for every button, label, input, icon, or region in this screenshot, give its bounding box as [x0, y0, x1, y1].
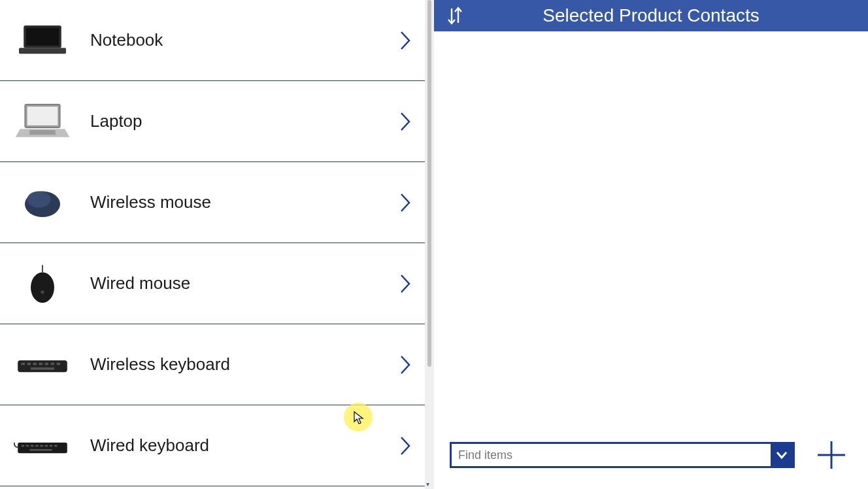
svg-rect-13 [22, 363, 25, 365]
svg-rect-27 [45, 445, 48, 447]
svg-rect-26 [40, 445, 43, 447]
chevron-right-icon [392, 435, 418, 457]
product-row-laptop[interactable]: Laptop [0, 81, 425, 162]
add-button[interactable] [813, 437, 850, 473]
svg-rect-15 [33, 363, 37, 365]
thumb-notebook-icon [13, 18, 72, 63]
svg-rect-29 [54, 445, 58, 447]
thumb-wireless-keyboard-icon [13, 342, 72, 388]
svg-rect-24 [31, 445, 34, 447]
product-label: Wired mouse [72, 273, 392, 294]
chevron-right-icon [392, 110, 418, 133]
svg-rect-21 [18, 443, 67, 453]
svg-rect-28 [50, 445, 53, 447]
svg-point-9 [31, 272, 54, 303]
svg-rect-17 [45, 363, 48, 365]
svg-rect-18 [51, 363, 54, 365]
contacts-body [434, 31, 868, 437]
svg-rect-4 [27, 107, 58, 126]
pane-scrollbar[interactable]: ▾ [425, 0, 434, 489]
product-list[interactable]: Notebook Laptop Wireless mouse [0, 0, 425, 489]
contacts-pane: Selected Product Contacts [434, 0, 868, 489]
svg-rect-14 [27, 363, 31, 365]
product-label: Laptop [72, 111, 392, 131]
product-label: Wireless keyboard [72, 354, 392, 375]
svg-rect-19 [57, 363, 60, 365]
chevron-right-icon [392, 192, 418, 214]
contacts-title: Selected Product Contacts [467, 5, 859, 26]
svg-point-8 [27, 191, 51, 207]
svg-rect-25 [35, 445, 39, 447]
chevron-right-icon [392, 354, 418, 376]
svg-rect-16 [39, 363, 42, 365]
chevron-right-icon [392, 273, 418, 295]
svg-rect-1 [26, 28, 59, 46]
product-label: Wired keyboard [72, 435, 392, 456]
svg-rect-2 [19, 48, 66, 54]
app-root: Notebook Laptop Wireless mouse [0, 0, 868, 489]
svg-rect-22 [22, 445, 25, 447]
contacts-footer [434, 437, 868, 489]
find-items-combo[interactable] [450, 442, 795, 468]
svg-point-11 [41, 290, 44, 294]
find-items-dropdown-button[interactable] [771, 444, 793, 466]
product-row-wireless-mouse[interactable]: Wireless mouse [0, 162, 425, 243]
svg-rect-30 [29, 449, 52, 451]
svg-rect-23 [26, 445, 29, 447]
contacts-header: Selected Product Contacts [434, 0, 868, 31]
product-row-wireless-keyboard[interactable]: Wireless keyboard [0, 324, 425, 405]
sort-icon[interactable] [443, 6, 467, 25]
product-label: Wireless mouse [72, 192, 392, 212]
product-row-wired-keyboard[interactable]: Wired keyboard [0, 405, 425, 486]
thumb-wireless-mouse-icon [13, 180, 72, 226]
svg-rect-12 [18, 360, 67, 372]
product-label: Notebook [72, 30, 392, 50]
product-list-pane: Notebook Laptop Wireless mouse [0, 0, 425, 489]
thumb-laptop-icon [13, 99, 72, 144]
product-row-notebook[interactable]: Notebook [0, 0, 425, 81]
svg-rect-20 [31, 367, 54, 370]
find-items-input[interactable] [452, 448, 771, 462]
chevron-right-icon [392, 29, 418, 52]
product-row-wired-mouse[interactable]: Wired mouse [0, 243, 425, 324]
thumb-wired-mouse-icon [13, 261, 72, 307]
svg-rect-6 [29, 130, 56, 135]
thumb-wired-keyboard-icon [13, 423, 72, 469]
